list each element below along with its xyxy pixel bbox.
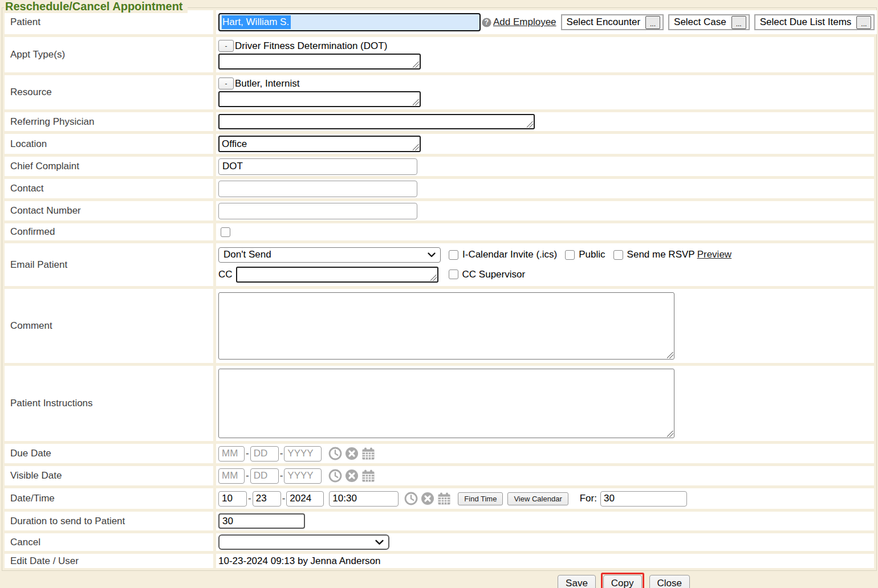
icalendar-invite-label: I-Calendar Invite (.ics) — [462, 249, 557, 260]
close-button[interactable]: Close — [649, 575, 690, 588]
chevron-down-icon — [375, 540, 384, 545]
comment-textarea[interactable] — [218, 292, 674, 360]
select-due-list-items-box[interactable]: Select Due List Items ... — [754, 14, 875, 30]
due-date-label: Due Date — [5, 444, 213, 463]
resize-grip-icon — [667, 352, 673, 358]
date-separator: - — [282, 493, 286, 504]
confirmed-checkbox[interactable] — [221, 227, 230, 237]
date-separator: - — [246, 470, 249, 481]
comment-row: Comment — [5, 289, 874, 363]
resource-remove-button[interactable]: - — [218, 77, 234, 89]
visible-date-year-input[interactable] — [284, 468, 322, 484]
find-time-button[interactable]: Find Time — [458, 492, 503, 505]
select-due-list-items-ellipsis-button[interactable]: ... — [856, 16, 871, 29]
resize-grip-icon — [413, 99, 419, 105]
duration-input[interactable] — [218, 513, 305, 529]
preview-link[interactable]: Preview — [697, 249, 731, 260]
add-employee-link[interactable]: Add Employee — [493, 17, 556, 28]
help-icon[interactable]: ? — [482, 18, 491, 27]
select-case-ellipsis-button[interactable]: ... — [731, 16, 746, 29]
for-label: For: — [580, 493, 597, 504]
location-label: Location — [5, 134, 213, 154]
send-me-rsvp-checkbox[interactable] — [613, 250, 623, 260]
select-case-label: Select Case — [674, 17, 726, 28]
date-separator: - — [280, 470, 283, 481]
appointment-form: Reschedule/Cancel Appointment Patient Ha… — [2, 7, 877, 571]
resize-grip-icon — [413, 144, 419, 150]
cc-label: CC — [218, 269, 233, 280]
location-input[interactable]: Office — [218, 136, 421, 152]
clear-icon[interactable] — [421, 492, 434, 505]
cc-input[interactable] — [236, 267, 438, 283]
date-separator: - — [246, 448, 249, 459]
resize-grip-icon — [667, 431, 673, 437]
select-encounter-ellipsis-button[interactable]: ... — [645, 16, 660, 29]
visible-date-month-input[interactable] — [218, 468, 245, 484]
clock-icon[interactable] — [328, 469, 342, 483]
clock-icon[interactable] — [404, 492, 418, 505]
chief-complaint-input[interactable] — [218, 158, 417, 175]
patient-row: Patient Hart, William S. ? Add Employee … — [5, 10, 874, 34]
referring-physician-label: Referring Physician — [5, 112, 213, 131]
patient-input[interactable]: Hart, William S. — [218, 13, 481, 31]
select-case-box[interactable]: Select Case ... — [668, 14, 750, 30]
view-calendar-button[interactable]: View Calendar — [507, 492, 568, 505]
calendar-icon[interactable] — [361, 447, 375, 460]
select-encounter-box[interactable]: Select Encounter ... — [561, 14, 664, 30]
visible-date-label: Visible Date — [5, 466, 213, 485]
appt-type-remove-button[interactable]: - — [218, 40, 234, 52]
copy-button[interactable]: Copy — [603, 575, 642, 588]
select-due-list-items-label: Select Due List Items — [760, 17, 852, 28]
appt-type-input[interactable] — [218, 54, 421, 70]
visible-date-row: Visible Date - - — [5, 466, 874, 485]
referring-physician-row: Referring Physician — [5, 112, 874, 131]
date-year-input[interactable] — [286, 491, 324, 507]
contact-input[interactable] — [218, 181, 417, 197]
due-date-year-input[interactable] — [284, 446, 322, 462]
appt-types-row: Appt Type(s) - Driver Fitness Determinat… — [5, 37, 874, 72]
location-row: Location Office — [5, 134, 874, 154]
referring-physician-input[interactable] — [218, 114, 535, 129]
cancel-select[interactable] — [218, 534, 389, 550]
visible-date-day-input[interactable] — [250, 468, 279, 484]
calendar-icon[interactable] — [437, 492, 451, 505]
date-separator: - — [280, 448, 283, 459]
confirmed-row: Confirmed — [5, 223, 874, 240]
icalendar-invite-checkbox[interactable] — [449, 250, 458, 260]
resize-grip-icon — [413, 62, 419, 68]
date-day-input[interactable] — [253, 491, 281, 507]
resource-row: Resource - Butler, Internist — [5, 75, 874, 109]
save-button[interactable]: Save — [558, 575, 596, 588]
resize-grip-icon — [527, 121, 533, 128]
patient-label: Patient — [5, 10, 213, 34]
chief-complaint-label: Chief Complaint — [5, 157, 213, 176]
edit-date-user-value: 10-23-2024 09:13 by Jenna Anderson — [218, 556, 381, 567]
for-duration-input[interactable] — [600, 491, 687, 507]
appt-types-label: Appt Type(s) — [5, 37, 213, 72]
resource-input[interactable] — [218, 91, 421, 107]
resource-label: Resource — [5, 75, 213, 109]
clear-icon[interactable] — [345, 447, 359, 460]
cc-supervisor-checkbox[interactable] — [449, 270, 458, 279]
patient-instructions-label: Patient Instructions — [5, 366, 213, 441]
date-month-input[interactable] — [218, 491, 247, 507]
contact-number-input[interactable] — [218, 203, 417, 219]
confirmed-label: Confirmed — [5, 223, 213, 240]
due-date-month-input[interactable] — [218, 446, 245, 462]
public-checkbox[interactable] — [565, 250, 575, 260]
edit-date-user-label: Edit Date / User — [5, 554, 213, 568]
date-time-label: Date/Time — [5, 488, 213, 509]
time-input[interactable] — [329, 491, 399, 507]
date-separator: - — [248, 493, 251, 504]
patient-selected-text: Hart, William S. — [222, 15, 291, 29]
due-date-day-input[interactable] — [250, 446, 279, 462]
patient-instructions-textarea[interactable] — [218, 369, 674, 438]
clear-icon[interactable] — [345, 469, 359, 483]
clock-icon[interactable] — [328, 447, 342, 460]
send-me-rsvp-label: Send me RSVP — [627, 249, 695, 260]
svg-text:?: ? — [485, 18, 489, 26]
due-date-row: Due Date - - — [5, 444, 874, 463]
appt-type-selected: Driver Fitness Determination (DOT) — [235, 40, 387, 52]
email-send-select[interactable]: Don't Send — [218, 247, 441, 263]
calendar-icon[interactable] — [361, 469, 375, 483]
